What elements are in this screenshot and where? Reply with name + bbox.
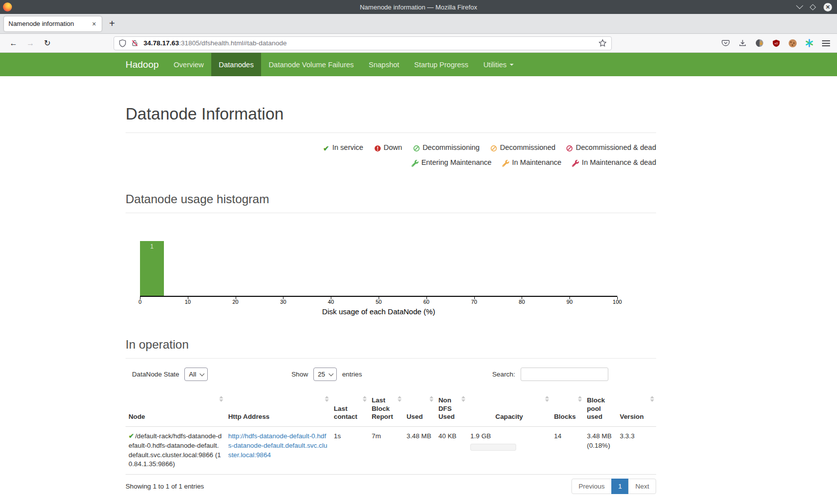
x-tick-label: 20 bbox=[232, 299, 238, 305]
show-entries-select[interactable]: 25 bbox=[313, 368, 337, 381]
column-header-capacity[interactable]: Capacity bbox=[467, 392, 551, 426]
legend-label: In service bbox=[332, 143, 363, 151]
nav-item-datanodes[interactable]: Datanodes bbox=[211, 53, 261, 76]
wrench-icon bbox=[411, 156, 419, 170]
node-cell: ✔/default-rack/hdfs-datanode-default-0.h… bbox=[126, 426, 225, 475]
legend-label: In Maintenance bbox=[512, 158, 561, 166]
x-tick-labels: 0102030405060708090100 bbox=[140, 297, 617, 305]
column-header-blocks[interactable]: Blocks bbox=[551, 392, 584, 426]
window-menu-chevron-icon[interactable] bbox=[796, 2, 803, 9]
column-header-label: Last Block Report bbox=[372, 396, 393, 420]
in-operation-divider bbox=[126, 358, 656, 359]
column-header-last-block-report[interactable]: Last Block Report bbox=[369, 392, 404, 426]
x-tick-label: 40 bbox=[328, 299, 334, 305]
column-header-label: Used bbox=[407, 413, 423, 420]
legend-item-decommissioned: Decommissioned bbox=[490, 140, 556, 155]
broken-lock-icon[interactable] bbox=[131, 39, 139, 47]
sort-icon[interactable] bbox=[219, 396, 223, 402]
x-tick-label: 100 bbox=[613, 299, 622, 305]
nav-item-snapshot[interactable]: Snapshot bbox=[361, 53, 407, 76]
new-tab-button[interactable]: + bbox=[109, 18, 115, 29]
pagination: Previous 1 Next bbox=[571, 479, 656, 494]
shield-icon[interactable] bbox=[119, 39, 127, 47]
wrench-icon bbox=[571, 156, 580, 170]
svg-text:uO: uO bbox=[774, 41, 778, 44]
privacy-extension-icon[interactable] bbox=[755, 39, 764, 47]
maximize-icon[interactable] bbox=[810, 4, 816, 10]
datanode-table: NodeHttp AddressLast contactLast Block R… bbox=[126, 392, 656, 475]
column-header-block-pool-used[interactable]: Block pool used bbox=[584, 392, 617, 426]
wrench-icon bbox=[502, 156, 510, 170]
next-page-button[interactable]: Next bbox=[628, 479, 656, 494]
nav-item-datanode-volume-failures[interactable]: Datanode Volume Failures bbox=[261, 53, 361, 76]
tab-close-icon[interactable]: × bbox=[91, 20, 97, 28]
reload-button[interactable]: ↻ bbox=[39, 38, 56, 48]
table-controls: DataNode State All Show 25 entries Searc… bbox=[126, 365, 656, 386]
sort-icon[interactable] bbox=[650, 396, 654, 402]
x-tick-label: 30 bbox=[280, 299, 286, 305]
forward-button[interactable]: → bbox=[22, 39, 39, 48]
column-header-label: Http Address bbox=[228, 413, 270, 420]
url-path: :31805/dfshealth.html#tab-datanode bbox=[179, 39, 286, 47]
column-header-http-address[interactable]: Http Address bbox=[225, 392, 331, 426]
back-button[interactable]: ← bbox=[5, 39, 22, 48]
bar-value-label: 1 bbox=[150, 243, 154, 250]
pocket-icon[interactable] bbox=[721, 39, 730, 47]
column-header-node[interactable]: Node bbox=[126, 392, 225, 426]
x-tick-label: 60 bbox=[423, 299, 429, 305]
legend-row-1: ✔In serviceDownDecommissioningDecommissi… bbox=[126, 140, 656, 155]
search-input[interactable] bbox=[521, 368, 608, 381]
non-dfs-used-cell: 40 KB bbox=[435, 426, 467, 475]
nav-item-startup-progress[interactable]: Startup Progress bbox=[407, 53, 476, 76]
window-close-icon[interactable]: ✕ bbox=[824, 3, 832, 11]
url-text[interactable]: 34.78.17.63:31805/dfshealth.html#tab-dat… bbox=[143, 39, 598, 47]
nav-item-utilities[interactable]: Utilities bbox=[476, 53, 521, 76]
check-icon: ✔ bbox=[322, 141, 330, 155]
column-header-label: Node bbox=[129, 413, 145, 420]
url-bar[interactable]: 34.78.17.63:31805/dfshealth.html#tab-dat… bbox=[114, 36, 612, 50]
hadoop-brand[interactable]: Hadoop bbox=[126, 53, 159, 76]
title-divider bbox=[126, 132, 656, 133]
sort-icon[interactable] bbox=[545, 396, 549, 402]
nav-item-overview[interactable]: Overview bbox=[166, 53, 211, 76]
column-header-label: Blocks bbox=[554, 413, 576, 420]
capacity-progress-bar bbox=[470, 444, 516, 451]
tab-bar: Namenode information × + bbox=[0, 14, 837, 34]
nav-items: OverviewDatanodesDatanode Volume Failure… bbox=[166, 53, 521, 76]
ban-icon bbox=[490, 141, 498, 155]
column-header-version[interactable]: Version bbox=[617, 392, 656, 426]
sort-icon[interactable] bbox=[429, 396, 433, 402]
window-title: Namenode information — Mozilla Firefox bbox=[0, 3, 837, 11]
column-header-non-dfs-used[interactable]: Non DFS Used bbox=[435, 392, 467, 426]
bookmark-star-icon[interactable] bbox=[598, 39, 607, 47]
sort-icon[interactable] bbox=[578, 396, 582, 402]
sort-icon[interactable] bbox=[461, 396, 465, 402]
legend-label: Down bbox=[384, 143, 402, 151]
http-address-link[interactable]: http://hdfs-datanode-default-0.hdfs-data… bbox=[228, 432, 327, 459]
datanode-state-select[interactable]: All bbox=[184, 368, 208, 381]
histogram-plot: 1 bbox=[140, 241, 617, 297]
x-tick-label: 0 bbox=[139, 299, 141, 305]
legend-row-2: Entering MaintenanceIn MaintenanceIn Mai… bbox=[126, 155, 656, 170]
table-row: ✔/default-rack/hdfs-datanode-default-0.h… bbox=[126, 426, 656, 475]
cookie-extension-icon[interactable] bbox=[789, 39, 797, 47]
ublock-shield-icon[interactable]: uO bbox=[772, 39, 780, 47]
page-1-button[interactable]: 1 bbox=[611, 479, 629, 494]
sort-icon[interactable] bbox=[398, 396, 402, 402]
download-icon[interactable] bbox=[738, 39, 747, 47]
show-label: Show bbox=[291, 371, 308, 378]
asterisk-extension-icon[interactable] bbox=[805, 39, 814, 47]
x-tick-label: 70 bbox=[471, 299, 477, 305]
column-header-last-contact[interactable]: Last contact bbox=[331, 392, 369, 426]
browser-tab[interactable]: Namenode information × bbox=[4, 16, 102, 31]
in-operation-heading: In operation bbox=[126, 338, 656, 352]
x-tick-label: 50 bbox=[376, 299, 382, 305]
sort-icon[interactable] bbox=[363, 396, 367, 402]
column-header-used[interactable]: Used bbox=[404, 392, 435, 426]
node-state-legend: ✔In serviceDownDecommissioningDecommissi… bbox=[126, 140, 656, 170]
last-block-report-cell: 7m bbox=[369, 426, 404, 475]
menu-hamburger-icon[interactable] bbox=[822, 40, 830, 46]
sort-icon[interactable] bbox=[325, 396, 329, 402]
version-cell: 3.3.3 bbox=[617, 426, 656, 475]
previous-page-button[interactable]: Previous bbox=[571, 479, 612, 494]
